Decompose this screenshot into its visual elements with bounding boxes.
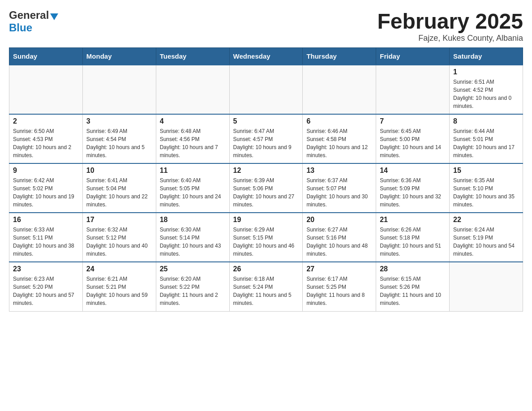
title-section: February 2025 Fajze, Kukes County, Alban… xyxy=(377,9,523,43)
calendar-cell: 18Sunrise: 6:30 AMSunset: 5:14 PMDayligh… xyxy=(156,213,229,262)
day-number: 20 xyxy=(306,216,372,224)
calendar-header-row: SundayMondayTuesdayWednesdayThursdayFrid… xyxy=(9,48,523,65)
calendar-cell: 16Sunrise: 6:33 AMSunset: 5:11 PMDayligh… xyxy=(9,213,83,262)
calendar-cell: 28Sunrise: 6:15 AMSunset: 5:26 PMDayligh… xyxy=(376,262,450,311)
calendar-cell: 24Sunrise: 6:21 AMSunset: 5:21 PMDayligh… xyxy=(82,262,156,311)
calendar-cell: 11Sunrise: 6:40 AMSunset: 5:05 PMDayligh… xyxy=(156,163,229,213)
day-number: 27 xyxy=(306,265,372,273)
logo: General Blue xyxy=(9,9,58,34)
calendar-cell: 26Sunrise: 6:18 AMSunset: 5:24 PMDayligh… xyxy=(229,262,303,311)
calendar-cell xyxy=(229,65,303,114)
day-number: 6 xyxy=(306,117,372,125)
weekday-header-tuesday: Tuesday xyxy=(156,48,229,65)
calendar-cell: 27Sunrise: 6:17 AMSunset: 5:25 PMDayligh… xyxy=(303,262,376,311)
calendar-cell: 20Sunrise: 6:27 AMSunset: 5:16 PMDayligh… xyxy=(303,213,376,262)
day-info: Sunrise: 6:42 AMSunset: 5:02 PMDaylight:… xyxy=(13,176,79,209)
calendar-cell: 13Sunrise: 6:37 AMSunset: 5:07 PMDayligh… xyxy=(303,163,376,213)
calendar-cell: 5Sunrise: 6:47 AMSunset: 4:57 PMDaylight… xyxy=(229,114,303,163)
calendar-cell: 3Sunrise: 6:49 AMSunset: 4:54 PMDaylight… xyxy=(82,114,156,163)
day-number: 22 xyxy=(453,216,519,224)
day-info: Sunrise: 6:24 AMSunset: 5:19 PMDaylight:… xyxy=(453,226,519,258)
day-number: 2 xyxy=(13,117,79,125)
calendar-cell: 22Sunrise: 6:24 AMSunset: 5:19 PMDayligh… xyxy=(450,213,523,262)
day-number: 11 xyxy=(160,167,226,175)
day-info: Sunrise: 6:49 AMSunset: 4:54 PMDaylight:… xyxy=(86,127,152,159)
week-row-1: 1Sunrise: 6:51 AMSunset: 4:52 PMDaylight… xyxy=(9,65,523,114)
day-number: 23 xyxy=(13,265,79,273)
day-info: Sunrise: 6:23 AMSunset: 5:20 PMDaylight:… xyxy=(13,275,79,307)
day-number: 3 xyxy=(86,117,152,125)
day-info: Sunrise: 6:41 AMSunset: 5:04 PMDaylight:… xyxy=(86,176,152,209)
day-info: Sunrise: 6:17 AMSunset: 5:25 PMDaylight:… xyxy=(306,275,372,307)
calendar-cell: 9Sunrise: 6:42 AMSunset: 5:02 PMDaylight… xyxy=(9,163,83,213)
week-row-5: 23Sunrise: 6:23 AMSunset: 5:20 PMDayligh… xyxy=(9,262,523,311)
day-number: 12 xyxy=(233,167,299,175)
day-info: Sunrise: 6:15 AMSunset: 5:26 PMDaylight:… xyxy=(380,275,446,307)
calendar-cell: 21Sunrise: 6:26 AMSunset: 5:18 PMDayligh… xyxy=(376,213,450,262)
day-number: 15 xyxy=(453,167,519,175)
weekday-header-monday: Monday xyxy=(82,48,156,65)
location-text: Fajze, Kukes County, Albania xyxy=(377,34,523,43)
day-info: Sunrise: 6:18 AMSunset: 5:24 PMDaylight:… xyxy=(233,275,299,307)
day-info: Sunrise: 6:48 AMSunset: 4:56 PMDaylight:… xyxy=(160,127,226,159)
day-info: Sunrise: 6:32 AMSunset: 5:12 PMDaylight:… xyxy=(86,226,152,258)
weekday-header-thursday: Thursday xyxy=(303,48,376,65)
logo-triangle-icon xyxy=(50,13,58,20)
day-info: Sunrise: 6:33 AMSunset: 5:11 PMDaylight:… xyxy=(13,226,79,258)
calendar-cell: 15Sunrise: 6:35 AMSunset: 5:10 PMDayligh… xyxy=(450,163,523,213)
calendar-cell xyxy=(82,65,156,114)
day-number: 5 xyxy=(233,117,299,125)
day-info: Sunrise: 6:46 AMSunset: 4:58 PMDaylight:… xyxy=(306,127,372,159)
weekday-header-sunday: Sunday xyxy=(9,48,83,65)
day-info: Sunrise: 6:50 AMSunset: 4:53 PMDaylight:… xyxy=(13,127,79,159)
calendar-cell xyxy=(156,65,229,114)
week-row-3: 9Sunrise: 6:42 AMSunset: 5:02 PMDaylight… xyxy=(9,163,523,213)
calendar-cell: 8Sunrise: 6:44 AMSunset: 5:01 PMDaylight… xyxy=(450,114,523,163)
day-info: Sunrise: 6:27 AMSunset: 5:16 PMDaylight:… xyxy=(306,226,372,258)
day-info: Sunrise: 6:44 AMSunset: 5:01 PMDaylight:… xyxy=(453,127,519,159)
day-number: 19 xyxy=(233,216,299,224)
calendar-cell: 7Sunrise: 6:45 AMSunset: 5:00 PMDaylight… xyxy=(376,114,450,163)
day-number: 10 xyxy=(86,167,152,175)
day-number: 26 xyxy=(233,265,299,273)
calendar-cell xyxy=(303,65,376,114)
calendar-cell: 1Sunrise: 6:51 AMSunset: 4:52 PMDaylight… xyxy=(450,65,523,114)
day-info: Sunrise: 6:20 AMSunset: 5:22 PMDaylight:… xyxy=(160,275,226,307)
day-number: 8 xyxy=(453,117,519,125)
calendar-cell: 10Sunrise: 6:41 AMSunset: 5:04 PMDayligh… xyxy=(82,163,156,213)
day-info: Sunrise: 6:29 AMSunset: 5:15 PMDaylight:… xyxy=(233,226,299,258)
calendar-cell: 25Sunrise: 6:20 AMSunset: 5:22 PMDayligh… xyxy=(156,262,229,311)
day-info: Sunrise: 6:39 AMSunset: 5:06 PMDaylight:… xyxy=(233,176,299,209)
calendar-cell: 19Sunrise: 6:29 AMSunset: 5:15 PMDayligh… xyxy=(229,213,303,262)
day-number: 21 xyxy=(380,216,446,224)
day-number: 7 xyxy=(380,117,446,125)
day-number: 18 xyxy=(160,216,226,224)
week-row-4: 16Sunrise: 6:33 AMSunset: 5:11 PMDayligh… xyxy=(9,213,523,262)
day-info: Sunrise: 6:51 AMSunset: 4:52 PMDaylight:… xyxy=(453,78,519,110)
calendar-cell: 23Sunrise: 6:23 AMSunset: 5:20 PMDayligh… xyxy=(9,262,83,311)
weekday-header-friday: Friday xyxy=(376,48,450,65)
logo-blue-text: Blue xyxy=(9,21,32,34)
day-info: Sunrise: 6:35 AMSunset: 5:10 PMDaylight:… xyxy=(453,176,519,209)
day-number: 1 xyxy=(453,68,519,76)
day-info: Sunrise: 6:30 AMSunset: 5:14 PMDaylight:… xyxy=(160,226,226,258)
calendar-cell: 6Sunrise: 6:46 AMSunset: 4:58 PMDaylight… xyxy=(303,114,376,163)
day-info: Sunrise: 6:21 AMSunset: 5:21 PMDaylight:… xyxy=(86,275,152,307)
day-number: 16 xyxy=(13,216,79,224)
day-number: 17 xyxy=(86,216,152,224)
day-info: Sunrise: 6:36 AMSunset: 5:09 PMDaylight:… xyxy=(380,176,446,209)
day-info: Sunrise: 6:26 AMSunset: 5:18 PMDaylight:… xyxy=(380,226,446,258)
month-year-title: February 2025 xyxy=(377,9,523,34)
day-info: Sunrise: 6:37 AMSunset: 5:07 PMDaylight:… xyxy=(306,176,372,209)
day-number: 13 xyxy=(306,167,372,175)
day-info: Sunrise: 6:45 AMSunset: 5:00 PMDaylight:… xyxy=(380,127,446,159)
week-row-2: 2Sunrise: 6:50 AMSunset: 4:53 PMDaylight… xyxy=(9,114,523,163)
calendar-cell: 17Sunrise: 6:32 AMSunset: 5:12 PMDayligh… xyxy=(82,213,156,262)
day-info: Sunrise: 6:47 AMSunset: 4:57 PMDaylight:… xyxy=(233,127,299,159)
day-number: 25 xyxy=(160,265,226,273)
calendar-cell xyxy=(9,65,83,114)
calendar-cell: 12Sunrise: 6:39 AMSunset: 5:06 PMDayligh… xyxy=(229,163,303,213)
calendar-cell xyxy=(450,262,523,311)
page-header: General Blue February 2025 Fajze, Kukes … xyxy=(9,9,523,43)
day-number: 4 xyxy=(160,117,226,125)
